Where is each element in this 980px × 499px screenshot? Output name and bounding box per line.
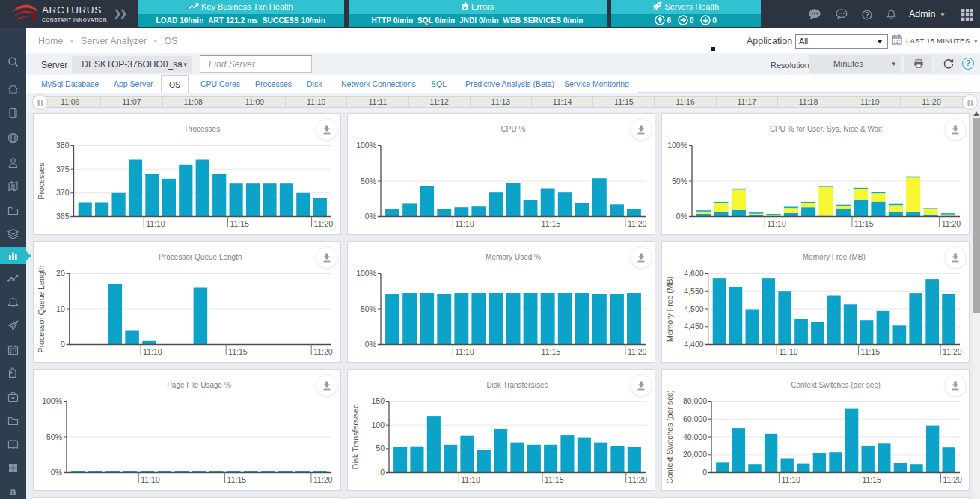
svg-text:50%: 50% — [361, 304, 376, 313]
svg-text:100: 100 — [371, 420, 385, 429]
svg-text:380: 380 — [56, 141, 70, 150]
svg-text:11:15: 11:15 — [861, 347, 881, 356]
svg-text:11:20: 11:20 — [943, 347, 962, 356]
svg-text:365: 365 — [56, 212, 70, 221]
svg-text:50%: 50% — [46, 432, 62, 441]
svg-text:11:10: 11:10 — [455, 219, 474, 228]
svg-text:100%: 100% — [667, 141, 687, 150]
svg-text:Disk Transfers/sec: Disk Transfers/sec — [351, 404, 360, 468]
svg-text:Processor Queue Length: Processor Queue Length — [159, 252, 242, 260]
svg-text:100%: 100% — [42, 397, 62, 405]
svg-text:80,000: 80,000 — [683, 397, 707, 405]
svg-text:4,500: 4,500 — [684, 304, 703, 313]
svg-text:11:15: 11:15 — [227, 475, 247, 484]
svg-text:11:20: 11:20 — [628, 475, 648, 484]
svg-text:CPU %: CPU % — [501, 124, 526, 132]
svg-text:11:15: 11:15 — [854, 219, 874, 228]
svg-text:60,000: 60,000 — [683, 414, 707, 423]
svg-text:50%: 50% — [361, 176, 376, 185]
svg-text:0%: 0% — [676, 212, 687, 221]
svg-text:11:10: 11:10 — [143, 347, 162, 356]
svg-text:Page File Usage %: Page File Usage % — [167, 380, 231, 388]
svg-text:11:20: 11:20 — [313, 347, 333, 356]
svg-text:Memory Free (MB): Memory Free (MB) — [803, 252, 866, 260]
svg-text:0: 0 — [702, 468, 707, 477]
svg-text:100%: 100% — [356, 269, 376, 278]
svg-text:11:15: 11:15 — [545, 475, 564, 484]
svg-text:4,550: 4,550 — [684, 286, 703, 295]
svg-text:4,450: 4,450 — [684, 322, 703, 331]
svg-text:4,600: 4,600 — [684, 269, 703, 278]
svg-text:CPU % for User, Sys, Nice & Wa: CPU % for User, Sys, Nice & Wait — [770, 124, 882, 132]
svg-text:50: 50 — [376, 444, 385, 453]
svg-text:11:20: 11:20 — [314, 219, 334, 228]
svg-text:Context Switches (per sec): Context Switches (per sec) — [665, 390, 674, 483]
svg-text:50%: 50% — [672, 176, 687, 185]
svg-text:Processor Queue Length: Processor Queue Length — [37, 265, 46, 352]
svg-text:11:10: 11:10 — [779, 347, 798, 356]
svg-text:0%: 0% — [365, 340, 376, 349]
svg-text:150: 150 — [371, 397, 385, 405]
svg-text:11:10: 11:10 — [781, 475, 800, 484]
svg-text:11:15: 11:15 — [862, 475, 881, 484]
svg-text:11:15: 11:15 — [230, 219, 249, 228]
svg-text:11:15: 11:15 — [228, 347, 248, 356]
svg-text:10: 10 — [56, 304, 65, 313]
svg-text:20: 20 — [56, 269, 65, 278]
svg-text:370: 370 — [56, 188, 70, 197]
svg-text:0: 0 — [61, 340, 65, 349]
svg-text:11:15: 11:15 — [542, 347, 561, 356]
svg-text:11:10: 11:10 — [767, 219, 786, 228]
svg-text:100%: 100% — [356, 141, 376, 150]
svg-text:375: 375 — [56, 164, 70, 173]
svg-text:Context Switches (per sec): Context Switches (per sec) — [791, 380, 881, 388]
svg-text:11:20: 11:20 — [943, 475, 962, 484]
svg-text:11:20: 11:20 — [942, 219, 961, 228]
svg-text:11:10: 11:10 — [146, 219, 165, 228]
svg-text:0%: 0% — [365, 212, 376, 221]
svg-text:40,000: 40,000 — [683, 432, 707, 441]
svg-text:11:10: 11:10 — [455, 347, 474, 356]
svg-text:4,400: 4,400 — [684, 340, 703, 349]
svg-text:11:20: 11:20 — [628, 347, 647, 356]
svg-text:11:10: 11:10 — [461, 475, 480, 484]
svg-text:Memory Free (MB): Memory Free (MB) — [665, 275, 674, 341]
svg-text:11:10: 11:10 — [141, 475, 160, 484]
svg-text:11:20: 11:20 — [628, 219, 647, 228]
svg-text:11:15: 11:15 — [542, 219, 561, 228]
svg-text:20,000: 20,000 — [683, 450, 707, 459]
svg-text:Memory Used %: Memory Used % — [486, 252, 541, 260]
svg-text:11:20: 11:20 — [313, 475, 333, 484]
svg-text:0: 0 — [380, 468, 385, 477]
svg-text:Disk Transfers/sec: Disk Transfers/sec — [486, 380, 548, 388]
svg-text:Processes: Processes — [37, 162, 46, 199]
svg-text:Processes: Processes — [185, 124, 220, 132]
svg-text:0%: 0% — [51, 468, 62, 477]
